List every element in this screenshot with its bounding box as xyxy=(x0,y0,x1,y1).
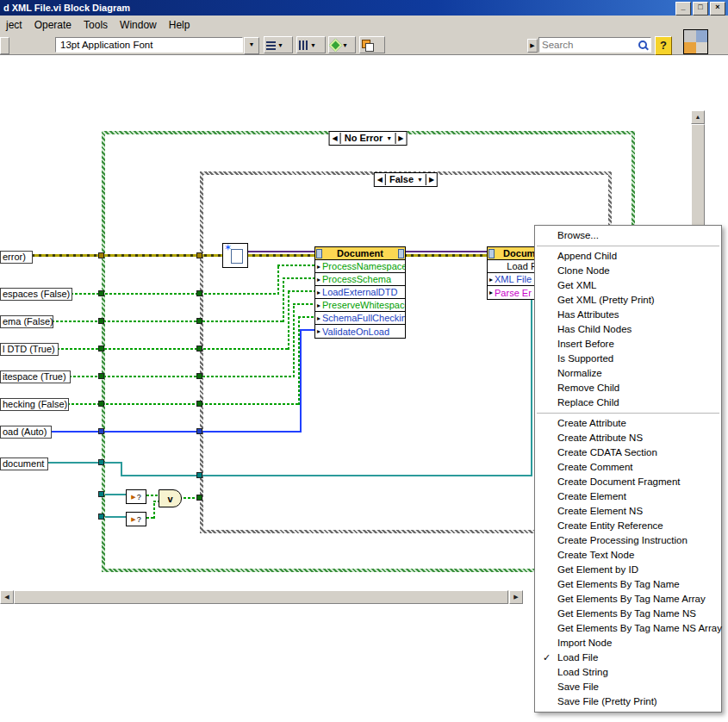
wire-bool[interactable] xyxy=(52,321,284,322)
property-item-processnamespaces[interactable]: ▸ProcessNamespaces xyxy=(315,260,405,273)
wire-bool[interactable] xyxy=(179,497,198,499)
tunnel[interactable] xyxy=(98,513,104,520)
menubar-item-help[interactable]: Help xyxy=(163,16,196,34)
wire-bool[interactable] xyxy=(288,290,314,292)
menu-item-has-child-nodes[interactable]: Has Child Nodes xyxy=(535,322,721,337)
menu-item-normalize[interactable]: Normalize xyxy=(535,366,721,381)
context-help-button[interactable]: ? xyxy=(655,36,672,55)
property-item-validateonload[interactable]: ▸ValidateOnLoad xyxy=(315,325,405,338)
property-item-processschema[interactable]: ▸ProcessSchema xyxy=(315,273,405,286)
terminal-ema-false[interactable]: ema (False) xyxy=(0,315,53,328)
tunnel[interactable] xyxy=(98,428,104,434)
next-case-icon[interactable]: ▶ xyxy=(426,174,437,185)
menu-item-create-text-node[interactable]: Create Text Node xyxy=(535,548,721,563)
maximize-button[interactable]: □ xyxy=(693,2,708,16)
menu-item-get-xml[interactable]: Get XML xyxy=(535,278,721,293)
menu-item-create-entity-reference[interactable]: Create Entity Reference xyxy=(535,519,721,533)
compare-node-2[interactable]: ▶ ? xyxy=(126,512,146,526)
wire-bool[interactable] xyxy=(57,348,289,350)
search-input[interactable] xyxy=(539,40,638,50)
menubar-item-window[interactable]: Window xyxy=(114,16,163,34)
property-item-loadexternaldtd[interactable]: ▸LoadExternalDTD xyxy=(315,286,405,299)
menu-item-import-node[interactable]: Import Node xyxy=(535,636,721,650)
menubar-item-tools[interactable]: Tools xyxy=(78,16,114,34)
wire-enum[interactable] xyxy=(300,329,314,331)
cut-toolbar-button[interactable] xyxy=(0,37,9,54)
wire-bool[interactable] xyxy=(277,265,279,295)
close-button[interactable]: × xyxy=(710,2,725,16)
tunnel[interactable] xyxy=(196,373,202,379)
terminal-document[interactable]: document xyxy=(0,457,48,470)
case-selector-false[interactable]: ◀ False ▼ ▶ xyxy=(374,172,438,187)
tunnel[interactable] xyxy=(98,401,104,407)
menu-item-create-document-fragment[interactable]: Create Document Fragment xyxy=(535,475,721,489)
minimize-button[interactable]: _ xyxy=(675,2,691,16)
next-case-icon[interactable]: ▶ xyxy=(395,133,406,144)
scroll-right-icon[interactable]: ▶ xyxy=(509,590,523,604)
reorder-dropdown[interactable] xyxy=(359,36,385,53)
search-scope-button[interactable]: ▶ xyxy=(527,39,538,53)
tunnel[interactable] xyxy=(98,252,104,258)
menu-item-get-xml-pretty-print[interactable]: Get XML (Pretty Print) xyxy=(535,293,721,308)
tunnel[interactable] xyxy=(196,472,202,478)
menu-item-create-cdata-section[interactable]: Create CDATA Section xyxy=(535,445,721,460)
wire-bool[interactable] xyxy=(298,316,314,318)
new-xml-document-node[interactable]: ✶ xyxy=(222,243,248,268)
wire-ref[interactable] xyxy=(406,251,487,252)
tunnel[interactable] xyxy=(196,252,202,258)
menu-item-save-file[interactable]: Save File xyxy=(535,680,721,694)
vi-icon[interactable] xyxy=(683,29,708,54)
tunnel[interactable] xyxy=(98,290,104,296)
terminal-espaces-false[interactable]: espaces (False) xyxy=(0,288,72,301)
menu-item-create-element[interactable]: Create Element xyxy=(535,489,721,504)
menu-item-get-elements-by-tag-name-ns-array[interactable]: Get Elements By Tag Name NS Array xyxy=(535,621,721,636)
compare-node-1[interactable]: ▶ ? xyxy=(126,489,146,504)
wire-enum[interactable] xyxy=(300,330,302,433)
wire-path[interactable] xyxy=(121,475,532,476)
wire-enum[interactable] xyxy=(50,431,302,433)
menubar-item-operate[interactable]: Operate xyxy=(28,16,78,34)
menu-item-create-attribute-ns[interactable]: Create Attribute NS xyxy=(535,431,721,445)
property-node-header[interactable]: Document xyxy=(315,247,405,260)
previous-case-icon[interactable]: ◀ xyxy=(330,133,341,144)
menu-item-browse[interactable]: Browse... xyxy=(535,228,721,243)
clean-up-diagram-dropdown[interactable]: ▼ xyxy=(328,36,356,53)
tunnel[interactable] xyxy=(98,345,104,352)
wire-bool[interactable] xyxy=(293,303,314,305)
menu-item-create-comment[interactable]: Create Comment xyxy=(535,460,721,475)
wire-bool[interactable] xyxy=(283,278,284,322)
tunnel[interactable] xyxy=(196,318,202,324)
property-node-document[interactable]: Document ▸ProcessNamespaces▸ProcessSchem… xyxy=(314,246,406,339)
wire-bool[interactable] xyxy=(293,304,295,377)
menu-item-get-elements-by-tag-name[interactable]: Get Elements By Tag Name xyxy=(535,577,721,592)
tunnel[interactable] xyxy=(98,373,104,379)
menu-item-has-attributes[interactable]: Has Attributes xyxy=(535,308,721,322)
tunnel[interactable] xyxy=(98,318,104,324)
terminal-hecking-false[interactable]: hecking (False) xyxy=(0,398,69,411)
menu-item-get-element-by-id[interactable]: Get Element by ID xyxy=(535,563,721,577)
menu-item-remove-child[interactable]: Remove Child xyxy=(535,381,721,395)
tunnel[interactable] xyxy=(196,290,202,296)
menu-item-clone-node[interactable]: Clone Node xyxy=(535,264,721,278)
wire-path[interactable] xyxy=(531,281,532,476)
tunnel[interactable] xyxy=(98,491,104,497)
menu-item-insert-before[interactable]: Insert Before xyxy=(535,337,721,352)
menu-item-append-child[interactable]: Append Child xyxy=(535,249,721,264)
terminal-l-dtd-true[interactable]: l DTD (True) xyxy=(0,343,59,356)
tunnel[interactable] xyxy=(196,428,202,434)
case-dropdown-icon[interactable]: ▼ xyxy=(386,135,395,141)
tunnel[interactable] xyxy=(196,345,202,352)
menu-item-is-supported[interactable]: Is Supported xyxy=(535,352,721,366)
horizontal-scrollbar[interactable]: ◀ ▶ xyxy=(0,590,523,604)
case-selector-no-error[interactable]: ◀ No Error ▼ ▶ xyxy=(329,131,408,146)
menu-item-create-processing-instruction[interactable]: Create Processing Instruction xyxy=(535,533,721,548)
menu-item-create-attribute[interactable]: Create Attribute xyxy=(535,416,721,431)
wire-bool[interactable] xyxy=(283,277,314,279)
wire-bool[interactable] xyxy=(153,501,155,519)
wire-ref[interactable] xyxy=(246,251,314,252)
horizontal-scroll-thumb[interactable] xyxy=(14,590,508,604)
wire-bool[interactable] xyxy=(288,291,289,350)
menu-item-replace-child[interactable]: Replace Child xyxy=(535,395,721,410)
or-gate-node[interactable]: v xyxy=(159,489,182,507)
menu-item-load-string[interactable]: Load String xyxy=(535,665,721,680)
